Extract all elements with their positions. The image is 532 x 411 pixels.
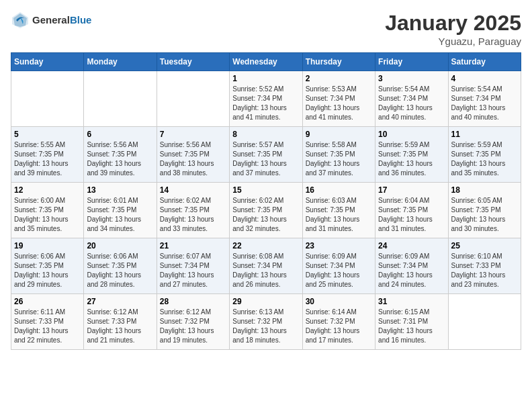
day-number: 12 [14, 185, 81, 195]
calendar-week-row: 19Sunrise: 6:06 AM Sunset: 7:35 PM Dayli… [11, 238, 521, 294]
calendar-cell: 20Sunrise: 6:06 AM Sunset: 7:35 PM Dayli… [84, 238, 157, 294]
calendar-cell: 21Sunrise: 6:07 AM Sunset: 7:34 PM Dayli… [157, 238, 229, 294]
calendar-week-row: 26Sunrise: 6:11 AM Sunset: 7:33 PM Dayli… [11, 294, 521, 350]
calendar-week-row: 1Sunrise: 5:52 AM Sunset: 7:34 PM Daylig… [11, 71, 521, 127]
day-number: 27 [87, 297, 153, 306]
logo-blue: Blue [70, 14, 92, 26]
day-info: Sunrise: 6:12 AM Sunset: 7:33 PM Dayligh… [87, 308, 153, 345]
day-info: Sunrise: 6:10 AM Sunset: 7:33 PM Dayligh… [451, 252, 518, 289]
weekday-header-thursday: Thursday [302, 53, 375, 71]
day-number: 22 [232, 241, 299, 250]
calendar-cell: 28Sunrise: 6:12 AM Sunset: 7:32 PM Dayli… [157, 294, 229, 350]
day-info: Sunrise: 5:54 AM Sunset: 7:34 PM Dayligh… [451, 85, 518, 122]
calendar-cell: 31Sunrise: 6:15 AM Sunset: 7:31 PM Dayli… [375, 294, 448, 350]
day-info: Sunrise: 6:02 AM Sunset: 7:35 PM Dayligh… [160, 196, 226, 234]
day-info: Sunrise: 5:52 AM Sunset: 7:34 PM Dayligh… [232, 85, 299, 122]
day-number: 28 [160, 297, 226, 306]
calendar-cell: 9Sunrise: 5:58 AM Sunset: 7:35 PM Daylig… [302, 127, 375, 183]
calendar-cell: 12Sunrise: 6:00 AM Sunset: 7:35 PM Dayli… [11, 183, 84, 238]
calendar-cell: 23Sunrise: 6:09 AM Sunset: 7:34 PM Dayli… [302, 238, 375, 294]
calendar-cell: 1Sunrise: 5:52 AM Sunset: 7:34 PM Daylig… [230, 71, 302, 127]
day-info: Sunrise: 5:59 AM Sunset: 7:35 PM Dayligh… [451, 140, 518, 178]
day-number: 29 [232, 297, 299, 306]
day-info: Sunrise: 5:56 AM Sunset: 7:35 PM Dayligh… [160, 140, 226, 178]
day-info: Sunrise: 6:15 AM Sunset: 7:31 PM Dayligh… [378, 308, 445, 345]
calendar-cell: 22Sunrise: 6:08 AM Sunset: 7:34 PM Dayli… [230, 238, 302, 294]
location-subtitle: Yguazu, Paraguay [385, 36, 521, 47]
day-number: 10 [378, 130, 445, 139]
day-info: Sunrise: 6:03 AM Sunset: 7:35 PM Dayligh… [306, 196, 372, 234]
day-number: 18 [451, 185, 518, 195]
calendar-cell: 15Sunrise: 6:02 AM Sunset: 7:35 PM Dayli… [230, 183, 302, 238]
day-info: Sunrise: 6:04 AM Sunset: 7:35 PM Dayligh… [378, 196, 445, 234]
calendar-cell [448, 294, 521, 350]
day-info: Sunrise: 6:08 AM Sunset: 7:34 PM Dayligh… [232, 252, 299, 289]
day-info: Sunrise: 5:58 AM Sunset: 7:35 PM Dayligh… [306, 140, 372, 178]
day-number: 14 [160, 185, 226, 195]
calendar-cell: 17Sunrise: 6:04 AM Sunset: 7:35 PM Dayli… [375, 183, 448, 238]
logo-general: General [32, 14, 70, 26]
day-number: 20 [87, 241, 153, 250]
weekday-header-tuesday: Tuesday [157, 53, 229, 71]
day-info: Sunrise: 6:13 AM Sunset: 7:32 PM Dayligh… [232, 308, 299, 345]
day-info: Sunrise: 6:09 AM Sunset: 7:34 PM Dayligh… [378, 252, 445, 289]
calendar-cell: 29Sunrise: 6:13 AM Sunset: 7:32 PM Dayli… [230, 294, 302, 350]
day-info: Sunrise: 6:12 AM Sunset: 7:32 PM Dayligh… [160, 308, 226, 345]
day-info: Sunrise: 6:06 AM Sunset: 7:35 PM Dayligh… [87, 252, 153, 289]
day-number: 7 [160, 130, 226, 139]
title-block: January 2025 Yguazu, Paraguay [385, 11, 521, 47]
calendar-cell: 13Sunrise: 6:01 AM Sunset: 7:35 PM Dayli… [84, 183, 157, 238]
day-info: Sunrise: 6:02 AM Sunset: 7:35 PM Dayligh… [232, 196, 299, 234]
day-number: 13 [87, 185, 153, 195]
day-number: 25 [451, 241, 518, 250]
calendar-cell: 11Sunrise: 5:59 AM Sunset: 7:35 PM Dayli… [448, 127, 521, 183]
calendar-cell: 7Sunrise: 5:56 AM Sunset: 7:35 PM Daylig… [157, 127, 229, 183]
day-info: Sunrise: 5:53 AM Sunset: 7:34 PM Dayligh… [306, 85, 372, 122]
day-number: 11 [451, 130, 518, 139]
day-info: Sunrise: 6:14 AM Sunset: 7:32 PM Dayligh… [306, 308, 372, 345]
day-info: Sunrise: 5:56 AM Sunset: 7:35 PM Dayligh… [87, 140, 153, 178]
day-number: 21 [160, 241, 226, 250]
calendar-cell: 24Sunrise: 6:09 AM Sunset: 7:34 PM Dayli… [375, 238, 448, 294]
day-number: 15 [232, 185, 299, 195]
calendar-cell: 18Sunrise: 6:05 AM Sunset: 7:35 PM Dayli… [448, 183, 521, 238]
day-info: Sunrise: 5:59 AM Sunset: 7:35 PM Dayligh… [378, 140, 445, 178]
calendar-cell [11, 71, 84, 127]
weekday-header-sunday: Sunday [11, 53, 84, 71]
day-number: 19 [14, 241, 81, 250]
calendar-cell: 27Sunrise: 6:12 AM Sunset: 7:33 PM Dayli… [84, 294, 157, 350]
calendar-cell: 2Sunrise: 5:53 AM Sunset: 7:34 PM Daylig… [302, 71, 375, 127]
day-number: 5 [14, 130, 81, 139]
day-info: Sunrise: 5:57 AM Sunset: 7:35 PM Dayligh… [232, 140, 299, 178]
calendar-cell: 4Sunrise: 5:54 AM Sunset: 7:34 PM Daylig… [448, 71, 521, 127]
day-number: 2 [306, 74, 372, 83]
month-title: January 2025 [385, 11, 521, 36]
calendar-cell: 19Sunrise: 6:06 AM Sunset: 7:35 PM Dayli… [11, 238, 84, 294]
calendar-cell: 25Sunrise: 6:10 AM Sunset: 7:33 PM Dayli… [448, 238, 521, 294]
day-number: 24 [378, 241, 445, 250]
day-number: 23 [306, 241, 372, 250]
day-number: 26 [14, 297, 81, 306]
calendar-cell: 5Sunrise: 5:55 AM Sunset: 7:35 PM Daylig… [11, 127, 84, 183]
day-info: Sunrise: 6:11 AM Sunset: 7:33 PM Dayligh… [14, 308, 81, 345]
calendar-cell: 3Sunrise: 5:54 AM Sunset: 7:34 PM Daylig… [375, 71, 448, 127]
logo-icon [11, 11, 30, 30]
calendar-cell [84, 71, 157, 127]
day-number: 8 [232, 130, 299, 139]
day-number: 17 [378, 185, 445, 195]
calendar-cell: 8Sunrise: 5:57 AM Sunset: 7:35 PM Daylig… [230, 127, 302, 183]
calendar-cell: 10Sunrise: 5:59 AM Sunset: 7:35 PM Dayli… [375, 127, 448, 183]
day-info: Sunrise: 6:07 AM Sunset: 7:34 PM Dayligh… [160, 252, 226, 289]
day-info: Sunrise: 6:06 AM Sunset: 7:35 PM Dayligh… [14, 252, 81, 289]
day-info: Sunrise: 5:54 AM Sunset: 7:34 PM Dayligh… [378, 85, 445, 122]
calendar-week-row: 5Sunrise: 5:55 AM Sunset: 7:35 PM Daylig… [11, 127, 521, 183]
calendar-cell: 16Sunrise: 6:03 AM Sunset: 7:35 PM Dayli… [302, 183, 375, 238]
day-number: 3 [378, 74, 445, 83]
day-info: Sunrise: 6:01 AM Sunset: 7:35 PM Dayligh… [87, 196, 153, 234]
weekday-header-monday: Monday [84, 53, 157, 71]
page-header: GeneralBlue January 2025 Yguazu, Paragua… [11, 11, 521, 47]
day-info: Sunrise: 6:00 AM Sunset: 7:35 PM Dayligh… [14, 196, 81, 234]
day-number: 30 [306, 297, 372, 306]
weekday-header-friday: Friday [375, 53, 448, 71]
calendar-cell [157, 71, 229, 127]
